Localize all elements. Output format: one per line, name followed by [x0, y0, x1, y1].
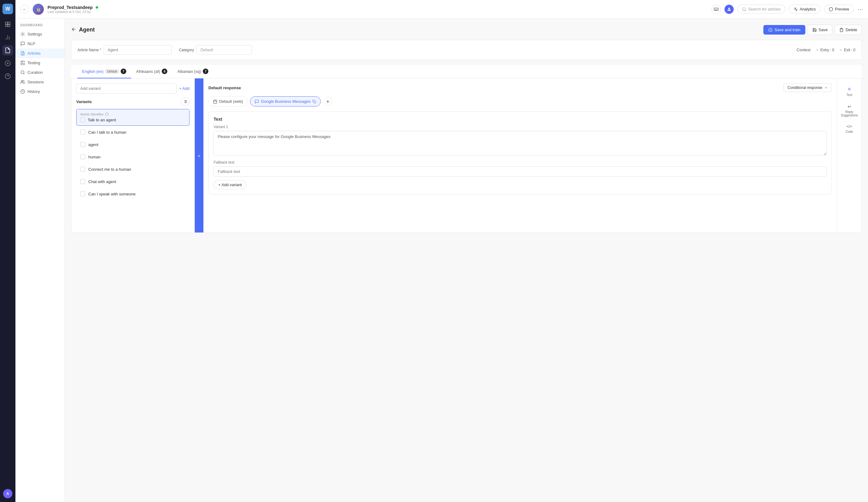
keyboard-icon-button[interactable]: [712, 4, 721, 14]
variant-text-3: human: [88, 155, 101, 159]
variant-checkbox-3[interactable]: [80, 154, 85, 159]
nav-icon-docs[interactable]: [2, 45, 13, 55]
agent-back-button[interactable]: [71, 27, 76, 33]
svg-rect-0: [6, 22, 8, 24]
web-channel-icon: [213, 100, 217, 104]
bot-name: Preprod_Testsandeep: [48, 5, 93, 10]
lang-tab-english[interactable]: English (en) Default 7: [77, 65, 131, 79]
nav-icon-analytics[interactable]: [2, 58, 13, 69]
category-group: Category Default: [179, 45, 252, 55]
nav-icon-chart[interactable]: [2, 32, 13, 43]
collapse-toggle-button[interactable]: «: [195, 79, 204, 233]
sidebar-item-sessions[interactable]: Sessions: [16, 77, 64, 87]
lang-tab-afrikaans[interactable]: Afrikaans (af) 6: [131, 65, 172, 79]
sidebar-item-nlp[interactable]: NLP: [16, 39, 64, 49]
category-select[interactable]: Default: [196, 45, 252, 55]
more-options-button[interactable]: ⋯: [858, 6, 863, 13]
variant-text-2: agent: [88, 142, 99, 147]
save-train-icon: [768, 28, 773, 32]
list-item[interactable]: Can I talk to a human: [76, 126, 189, 138]
main-area: ← 🤖 Preprod_Testsandeep Last Updated at …: [16, 0, 868, 502]
variant-checkbox-6[interactable]: [80, 192, 85, 196]
articles-icon: [20, 51, 25, 55]
message-textarea[interactable]: Please configure your message for Google…: [214, 131, 827, 156]
list-item[interactable]: Can I speak with someone: [76, 188, 189, 200]
variant-label: Variant 1: [214, 125, 827, 129]
nav-icon-help[interactable]: [2, 71, 13, 82]
sidebar-item-curation[interactable]: Curation: [16, 68, 64, 77]
lang-tab-afrikaans-label: Afrikaans (af): [136, 69, 160, 74]
sidebar-item-history[interactable]: History: [16, 87, 64, 96]
channel-tab-web-label: Default (web): [219, 99, 243, 104]
channel-tab-gbm[interactable]: Google Business Messages: [250, 96, 321, 106]
reply-suggestions-label: Reply Suggestions: [841, 110, 858, 117]
variant-text-1: Can I talk to a human: [88, 130, 126, 135]
sort-icon: [183, 100, 187, 104]
save-and-train-button[interactable]: Save and train: [763, 25, 805, 34]
lang-tab-english-label: English (en): [82, 69, 103, 74]
add-channel-icon: [326, 99, 330, 104]
add-variant-row: + Add: [76, 83, 189, 94]
agent-header: Agent Save and train Save: [71, 25, 862, 35]
tool-text-button[interactable]: ≡ Text: [839, 83, 860, 100]
search-icon: [742, 7, 746, 11]
sidebar-item-articles[interactable]: Articles: [16, 49, 64, 58]
topbar-back-button[interactable]: ←: [20, 5, 29, 13]
save-icon: [813, 28, 817, 32]
channel-tab-web[interactable]: Default (web): [208, 96, 248, 106]
variant-checkbox-0[interactable]: [80, 117, 85, 122]
save-label: Save: [819, 28, 828, 32]
add-variant-response-button[interactable]: + Add variant: [214, 180, 246, 189]
variant-checkbox-4[interactable]: [80, 167, 85, 172]
variant-checkbox-1[interactable]: [80, 130, 85, 135]
default-badge: Default: [105, 70, 119, 73]
nav-icon-grid[interactable]: [2, 19, 13, 30]
sidebar-item-curation-label: Curation: [28, 70, 43, 75]
list-item[interactable]: Connect me to a human: [76, 163, 189, 175]
user-avatar-bottom[interactable]: A: [3, 489, 12, 498]
channel-tab-gbm-label: Google Business Messages: [261, 99, 311, 104]
copy-icon[interactable]: [312, 100, 316, 103]
lang-tab-albanian-count: 7: [203, 69, 208, 74]
list-item[interactable]: Article Identifier Talk to an agent: [76, 109, 189, 126]
entry-badge: Entry : 0: [816, 48, 834, 52]
sidebar-item-testing[interactable]: Testing: [16, 58, 64, 68]
add-variant-button[interactable]: + Add: [179, 86, 189, 91]
agent-title: Agent: [79, 27, 95, 33]
svg-point-16: [743, 8, 745, 10]
article-name-input[interactable]: [104, 45, 172, 55]
save-button[interactable]: Save: [808, 25, 833, 35]
add-variant-input[interactable]: [76, 83, 177, 94]
preview-button[interactable]: Preview: [824, 4, 854, 13]
list-item[interactable]: human: [76, 151, 189, 163]
required-indicator: *: [100, 48, 101, 52]
variant-checkbox-5[interactable]: [80, 179, 85, 184]
variants-header: Variants: [76, 97, 189, 106]
code-tool-label: Code: [846, 130, 853, 133]
add-channel-button[interactable]: [323, 97, 332, 106]
conditional-response-select[interactable]: Conditional response: [783, 83, 832, 92]
delete-button[interactable]: Delete: [835, 25, 862, 35]
bot-icon-button[interactable]: [724, 4, 734, 14]
svg-point-15: [728, 8, 730, 9]
tool-reply-suggestions-button[interactable]: ↩ Reply Suggestions: [839, 101, 860, 120]
variant-checkbox-2[interactable]: [80, 142, 85, 147]
lang-tab-albanian[interactable]: Albanian (sq) 7: [172, 65, 213, 79]
list-item[interactable]: Chat with agent: [76, 176, 189, 187]
code-tool-icon: </>: [847, 124, 852, 129]
curation-icon: [20, 70, 25, 75]
variant-text-5: Chat with agent: [88, 180, 116, 184]
variants-label: Variants: [76, 100, 92, 104]
app-logo: W: [2, 4, 13, 14]
search-bar[interactable]: Search for articles: [737, 4, 785, 13]
variants-sort-button[interactable]: [181, 97, 189, 106]
list-item[interactable]: agent: [76, 139, 189, 150]
analytics-button[interactable]: Analytics: [789, 4, 820, 13]
editor-area: + Add Variants: [71, 79, 862, 233]
content-area: DASHBOARD Settings NLP Articles Testing …: [16, 19, 868, 502]
gbm-channel-icon: [255, 100, 259, 104]
fallback-input[interactable]: [214, 166, 827, 177]
sidebar-item-settings[interactable]: Settings: [16, 29, 64, 39]
sidebar-item-nlp-label: NLP: [28, 41, 35, 46]
tool-code-button[interactable]: </> Code: [839, 121, 860, 136]
